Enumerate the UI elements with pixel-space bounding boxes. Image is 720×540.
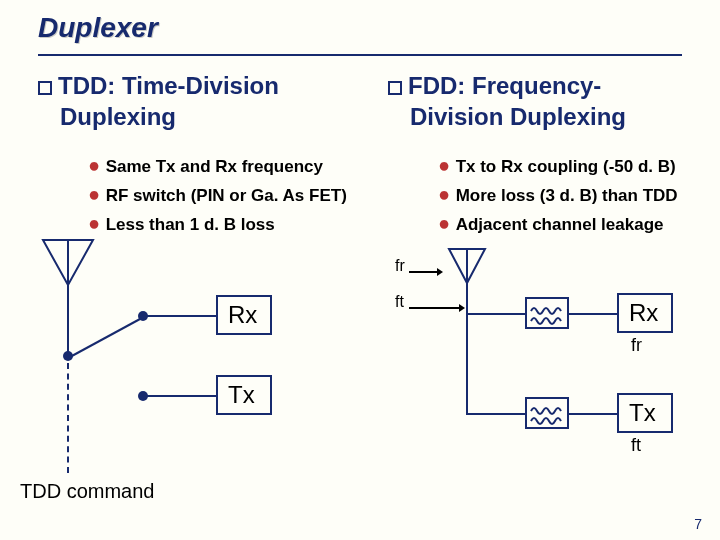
bullet-item: ● More loss (3 d. B) than TDD (438, 181, 718, 208)
fdd-heading-line1: FDD: Frequency- (408, 72, 601, 99)
bullet-dot-icon: ● (88, 154, 106, 176)
bullet-text: More loss (3 d. B) than TDD (456, 186, 678, 205)
ft-label: ft (395, 293, 404, 311)
fdd-diagram: fr ft Rx fr Tx ft (395, 235, 715, 495)
tdd-heading: TDD: Time-Division Duplexing (38, 70, 378, 132)
antenna-icon (445, 245, 489, 287)
wire (466, 413, 526, 415)
page-number: 7 (694, 516, 702, 532)
wire (466, 313, 526, 315)
control-line (67, 363, 69, 473)
bullet-item: ● Same Tx and Rx frequency (88, 152, 378, 179)
bullet-dot-icon: ● (88, 183, 106, 205)
rx-filter (525, 297, 569, 329)
wire (67, 285, 69, 355)
bullet-item: ● Tx to Rx coupling (-50 d. B) (438, 152, 718, 179)
svg-line-2 (70, 319, 140, 357)
bullet-dot-icon: ● (88, 212, 106, 234)
rx-label: Rx (228, 301, 257, 329)
tx-label: Tx (629, 399, 656, 427)
tdd-command-label: TDD command (20, 480, 154, 503)
arrow-icon (409, 267, 443, 277)
bullet-text: RF switch (PIN or Ga. As FET) (106, 186, 347, 205)
bullet-item: ● Less than 1 d. B loss (88, 210, 378, 237)
fdd-heading-line2: Division Duplexing (410, 103, 626, 130)
slide-title: Duplexer (38, 12, 158, 44)
svg-marker-6 (437, 268, 443, 276)
tx-label: Tx (228, 381, 255, 409)
bullet-text: Less than 1 d. B loss (106, 215, 275, 234)
fdd-bullets: ● Tx to Rx coupling (-50 d. B) ● More lo… (438, 152, 718, 237)
wire (146, 395, 216, 397)
tdd-heading-line1: TDD: Time-Division (58, 72, 279, 99)
square-bullet-icon (38, 81, 52, 95)
title-rule (38, 54, 682, 56)
ft-out-label: ft (631, 435, 641, 456)
bullet-dot-icon: ● (438, 183, 456, 205)
filter-zigzag-icon (527, 299, 571, 331)
bullet-text: Adjacent channel leakage (456, 215, 664, 234)
fdd-heading: FDD: Frequency- Division Duplexing (388, 70, 708, 132)
bullet-item: ● RF switch (PIN or Ga. As FET) (88, 181, 378, 208)
tdd-diagram: Rx Tx (38, 235, 358, 495)
wire (569, 413, 617, 415)
arrow-icon (409, 303, 465, 313)
tdd-heading-line2: Duplexing (60, 103, 176, 130)
bullet-text: Tx to Rx coupling (-50 d. B) (456, 157, 676, 176)
antenna-icon (38, 235, 98, 290)
switch-arm (70, 315, 150, 365)
bullet-dot-icon: ● (438, 154, 456, 176)
bullet-item: ● Adjacent channel leakage (438, 210, 718, 237)
square-bullet-icon (388, 81, 402, 95)
tx-filter (525, 397, 569, 429)
wire (146, 315, 216, 317)
svg-marker-8 (459, 304, 465, 312)
bullet-text: Same Tx and Rx frequency (106, 157, 323, 176)
tdd-bullets: ● Same Tx and Rx frequency ● RF switch (… (88, 152, 378, 237)
wire (569, 313, 617, 315)
filter-zigzag-icon (527, 399, 571, 431)
bullet-dot-icon: ● (438, 212, 456, 234)
rx-label: Rx (629, 299, 658, 327)
fr-label: fr (395, 257, 405, 275)
wire (466, 283, 468, 313)
wire (466, 313, 468, 413)
fr-out-label: fr (631, 335, 642, 356)
